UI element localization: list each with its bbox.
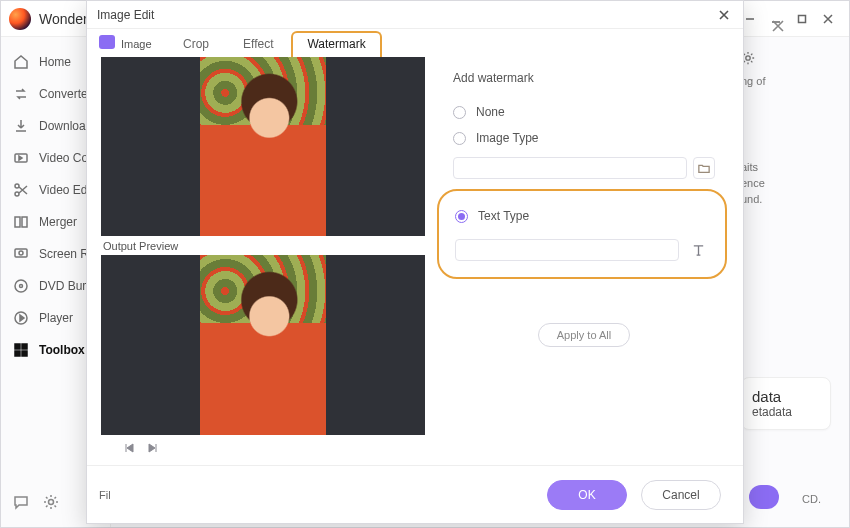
output-preview xyxy=(101,255,425,434)
svg-point-2 xyxy=(15,192,19,196)
svg-rect-13 xyxy=(15,351,20,356)
radio-icon xyxy=(453,106,466,119)
watermark-option-text[interactable]: Text Type xyxy=(455,203,709,229)
svg-rect-12 xyxy=(22,344,27,349)
image-row-icon xyxy=(99,35,115,49)
output-preview-image xyxy=(200,255,326,434)
compressor-icon xyxy=(13,150,29,166)
radio-icon xyxy=(455,210,468,223)
settings-icon[interactable] xyxy=(43,494,59,513)
tab-crop[interactable]: Crop xyxy=(167,31,225,57)
radio-label: Image Type xyxy=(476,131,538,145)
watermark-text-row xyxy=(455,239,709,261)
radio-icon xyxy=(453,132,466,145)
panel-close-button[interactable] xyxy=(772,20,790,38)
svg-point-16 xyxy=(746,56,750,60)
app-title: Wonder xyxy=(39,11,88,27)
watermark-heading: Add watermark xyxy=(453,71,715,85)
svg-rect-4 xyxy=(15,217,20,227)
watermark-panel: Add watermark None Image Type Text Type xyxy=(425,57,743,465)
window-close-button[interactable] xyxy=(815,6,841,32)
sidebar-item-label: Converter xyxy=(39,87,92,101)
bg-action-pill[interactable] xyxy=(749,485,779,509)
bg-text-fragment: ng of aits ence und. xyxy=(741,51,831,207)
radio-label: Text Type xyxy=(478,209,529,223)
cancel-button[interactable]: Cancel xyxy=(641,480,721,510)
browse-image-button[interactable] xyxy=(693,157,715,179)
watermark-image-file-row xyxy=(453,157,715,179)
converter-icon xyxy=(13,86,29,102)
output-preview-label: Output Preview xyxy=(101,236,425,255)
modal-close-button[interactable] xyxy=(715,6,733,24)
modal-title: Image Edit xyxy=(97,8,154,22)
window-maximize-button[interactable] xyxy=(789,6,815,32)
watermark-text-block-highlight: Text Type xyxy=(437,189,727,279)
prev-frame-button[interactable] xyxy=(123,442,135,457)
modal-header: Image Edit xyxy=(87,1,743,29)
sidebar-item-label: Toolbox xyxy=(39,343,85,357)
record-icon xyxy=(13,246,29,262)
player-controls xyxy=(101,435,425,465)
scissors-icon xyxy=(13,182,29,198)
watermark-text-input[interactable] xyxy=(455,239,679,261)
svg-point-7 xyxy=(19,251,23,255)
toolbox-icon xyxy=(13,342,29,358)
modal-footer: Fil OK Cancel xyxy=(87,465,743,523)
merger-icon xyxy=(13,214,29,230)
watermark-image-path-input[interactable] xyxy=(453,157,687,179)
play-icon xyxy=(13,310,29,326)
svg-rect-6 xyxy=(15,249,27,257)
tab-effect[interactable]: Effect xyxy=(227,31,289,57)
svg-point-15 xyxy=(49,500,54,505)
input-preview-image xyxy=(200,57,326,236)
bg-cd-label: CD. xyxy=(802,493,821,505)
preview-column: Output Preview xyxy=(87,57,425,465)
image-edit-modal: Image Edit Image Crop Effect Watermark O… xyxy=(86,0,744,524)
disc-icon xyxy=(13,278,29,294)
tab-watermark[interactable]: Watermark xyxy=(291,31,381,57)
svg-point-8 xyxy=(15,280,27,292)
modal-body: Output Preview Add watermark None Image … xyxy=(87,57,743,465)
feedback-icon[interactable] xyxy=(13,494,29,513)
file-label-fragment: Fil xyxy=(99,489,111,501)
sidebar-item-label: Player xyxy=(39,311,73,325)
watermark-option-none[interactable]: None xyxy=(453,99,715,125)
sidebar-item-label: Merger xyxy=(39,215,77,229)
svg-rect-5 xyxy=(22,217,27,227)
download-icon xyxy=(13,118,29,134)
svg-point-9 xyxy=(20,285,23,288)
next-frame-button[interactable] xyxy=(147,442,159,457)
input-preview xyxy=(101,57,425,236)
tabs: Image Crop Effect Watermark xyxy=(87,29,743,57)
home-icon xyxy=(13,54,29,70)
svg-rect-11 xyxy=(15,344,20,349)
ok-button[interactable]: OK xyxy=(547,480,627,510)
bg-metadata-card: data etadata xyxy=(741,377,831,430)
text-icon xyxy=(691,243,706,258)
apply-to-all-row: Apply to All xyxy=(453,323,715,347)
svg-rect-0 xyxy=(799,15,806,22)
sidebar-item-label: Home xyxy=(39,55,71,69)
text-style-button[interactable] xyxy=(687,239,709,261)
watermark-option-image[interactable]: Image Type xyxy=(453,125,715,151)
row-label: Image xyxy=(121,38,152,50)
apply-to-all-button[interactable]: Apply to All xyxy=(538,323,630,347)
svg-rect-14 xyxy=(22,351,27,356)
radio-label: None xyxy=(476,105,505,119)
app-logo-icon xyxy=(9,8,31,30)
svg-point-3 xyxy=(15,184,19,188)
